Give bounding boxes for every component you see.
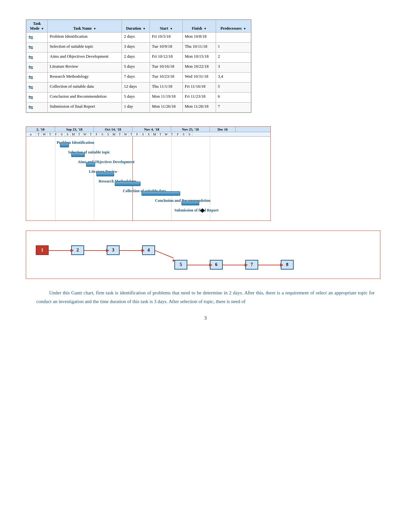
sub-f1: F xyxy=(53,132,59,136)
cell-mode: ⇌ xyxy=(26,53,48,63)
gantt-bar-2 xyxy=(71,153,85,157)
th-predecessors[interactable]: Predecessors ▼ xyxy=(216,20,251,33)
sub-s6: S xyxy=(146,132,152,136)
cell-duration: 12 days xyxy=(122,83,150,93)
th-task-name[interactable]: Task Name ▼ xyxy=(48,20,122,33)
gantt-table-section: TaskMode ▼ Task Name ▼ Duration ▼ Start … xyxy=(26,19,385,120)
sub-n: n xyxy=(26,132,36,136)
sub-m3: M xyxy=(152,132,158,136)
cell-pred: 6 xyxy=(216,93,251,103)
cell-pred: 5 xyxy=(216,83,251,93)
task-mode-icon: ⇌ xyxy=(28,44,33,51)
cell-mode: ⇌ xyxy=(26,43,48,53)
table-row: ⇌ Selection of suitable topic 3 days Tue… xyxy=(26,43,251,53)
cell-finish: Fri 11/23/18 xyxy=(183,93,216,103)
arrow-4-5-head xyxy=(173,259,176,262)
cell-finish: Wed 10/31/18 xyxy=(183,73,216,83)
sub-w1: W xyxy=(42,132,47,136)
gantt-chart-header: 2, '18 Sep 23, '18 Oct 14, '18 Nov 4, '1… xyxy=(26,127,270,132)
gantt-chart-sub-header: n T W T F S S M T W T F S S M T W T F S … xyxy=(26,132,270,137)
gantt-row-4: Litrature Review xyxy=(26,167,270,176)
table-row: ⇌ Conclusion and Recommendetion 5 days M… xyxy=(26,93,251,103)
cell-name: Collection of suitable data xyxy=(48,83,122,93)
cell-name: Research Methodology xyxy=(48,73,122,83)
sub-t8: T xyxy=(169,132,175,136)
arrow-5-6 xyxy=(187,265,210,265)
arrow-2-3 xyxy=(84,250,107,251)
period-3: Nov 4, '18 xyxy=(132,127,171,132)
cell-start: Tue 10/9/18 xyxy=(150,43,183,53)
table-row: ⇌ Litrature Review 5 days Tue 10/16/18 M… xyxy=(26,63,251,73)
period-5: Dec 16 xyxy=(210,127,236,132)
period-1: Sep 23, '18 xyxy=(55,127,94,132)
sub-w2: W xyxy=(82,132,88,136)
gantt-label-8: Submission of final Report xyxy=(174,208,219,213)
cell-start: Mon 11/26/18 xyxy=(150,103,183,113)
arrow-4-5 xyxy=(155,250,174,258)
gantt-row-5: Research Methodology xyxy=(26,177,270,186)
cell-name: Litrature Review xyxy=(48,63,122,73)
sub-t3: T xyxy=(76,132,82,136)
gantt-bar-6 xyxy=(142,191,180,196)
sub-f4: F xyxy=(175,132,181,136)
cell-finish: Mon 10/15/18 xyxy=(183,53,216,63)
cell-finish: Mon 10/22/18 xyxy=(183,63,216,73)
cell-name: Submission of final Report xyxy=(48,103,122,113)
gantt-row-3: Aims and Objectives Development xyxy=(26,158,270,167)
task-mode-icon: ⇌ xyxy=(28,54,33,61)
cell-mode: ⇌ xyxy=(26,73,48,83)
arrow-3-4 xyxy=(120,250,142,251)
cell-pred: 3,4 xyxy=(216,73,251,83)
cell-start: Fri 10/12/18 xyxy=(150,53,183,63)
sub-t7: T xyxy=(158,132,163,136)
cell-pred: 1 xyxy=(216,43,251,53)
cell-mode: ⇌ xyxy=(26,63,48,73)
cell-name: Problem Identification xyxy=(48,33,122,43)
paragraph-text: Under this Gantt chart, firm task is ide… xyxy=(36,289,375,306)
cell-finish: Thu 10/11/18 xyxy=(183,43,216,53)
arrow-1-2 xyxy=(49,250,71,251)
table-row: ⇌ Submission of final Report 1 day Mon 1… xyxy=(26,103,251,113)
cell-pred: 3 xyxy=(216,63,251,73)
table-row: ⇌ Problem Identification 2 days Fri 10/5… xyxy=(26,33,251,43)
sub-t4: T xyxy=(88,132,94,136)
net-node-5: 5 xyxy=(174,260,187,270)
task-mode-icon: ⇌ xyxy=(28,94,33,101)
gantt-row-8: Submission of final Report xyxy=(26,206,270,215)
sub-s1: S xyxy=(59,132,65,136)
sub-s2: S xyxy=(65,132,71,136)
th-finish[interactable]: Finish ▼ xyxy=(183,20,216,33)
sub-m2: M xyxy=(111,132,117,136)
gantt-body: Problem Identification Selection of suit… xyxy=(26,137,270,221)
cell-duration: 5 days xyxy=(122,93,150,103)
gantt-row-7: Conclusion and Recommendetion xyxy=(26,196,270,205)
cell-mode: ⇌ xyxy=(26,33,48,43)
arrow-6-7 xyxy=(223,265,245,265)
cell-finish: Mon 10/8/18 xyxy=(183,33,216,43)
cell-pred: 2 xyxy=(216,53,251,63)
cell-mode: ⇌ xyxy=(26,83,48,93)
period-4: Nov 25, '18 xyxy=(171,127,210,132)
task-mode-icon: ⇌ xyxy=(28,34,33,41)
task-mode-icon: ⇌ xyxy=(28,84,33,91)
sub-s3: S xyxy=(100,132,105,136)
sub-w4: W xyxy=(163,132,169,136)
gantt-chart-wrapper: 2, '18 Sep 23, '18 Oct 14, '18 Nov 4, '1… xyxy=(26,126,271,221)
network-diagram: 1 2 3 4 5 6 7 8 xyxy=(26,231,380,279)
paragraph-block: Under this Gantt chart, firm task is ide… xyxy=(36,289,375,306)
cell-duration: 2 days xyxy=(122,53,150,63)
cell-duration: 1 day xyxy=(122,103,150,113)
net-node-1: 1 xyxy=(36,245,49,255)
cell-start: Tue 10/23/18 xyxy=(150,73,183,83)
sub-w3: W xyxy=(123,132,129,136)
gantt-table-wrapper: TaskMode ▼ Task Name ▼ Duration ▼ Start … xyxy=(26,19,251,113)
gantt-row-6: Collection of suitable data xyxy=(26,187,270,196)
th-start[interactable]: Start ▼ xyxy=(150,20,183,33)
th-task-mode[interactable]: TaskMode ▼ xyxy=(26,20,48,33)
cell-pred xyxy=(216,33,251,43)
gantt-bar-5 xyxy=(115,182,141,186)
cell-mode: ⇌ xyxy=(26,93,48,103)
th-duration[interactable]: Duration ▼ xyxy=(122,20,150,33)
table-row: ⇌ Collection of suitable data 12 days Th… xyxy=(26,83,251,93)
cell-duration: 5 days xyxy=(122,63,150,73)
